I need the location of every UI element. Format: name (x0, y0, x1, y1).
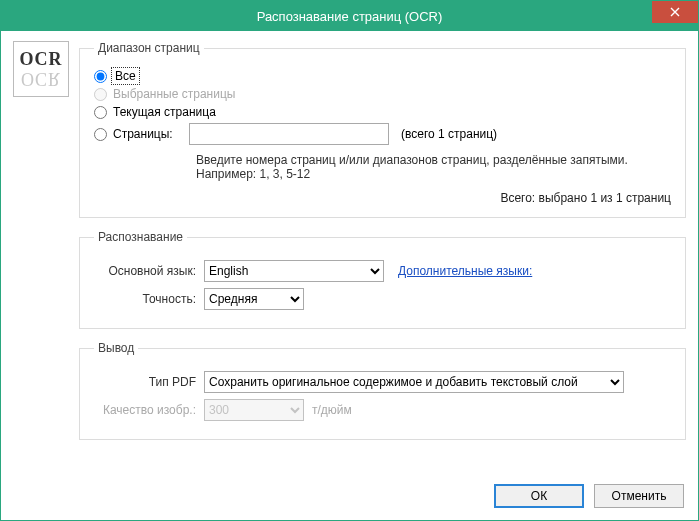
close-button[interactable] (652, 1, 698, 23)
dialog-footer: ОК Отменить (494, 484, 684, 508)
accuracy-label: Точность: (94, 292, 204, 306)
legend-output: Вывод (94, 341, 138, 355)
more-languages-link[interactable]: Дополнительные языки: (398, 264, 532, 278)
cancel-button[interactable]: Отменить (594, 484, 684, 508)
fieldset-page-range: Диапазон страниц Все Выбранные страницы … (79, 41, 686, 218)
close-icon (670, 7, 680, 17)
pages-count-suffix: (всего 1 страниц) (401, 127, 497, 141)
radio-all[interactable] (94, 70, 107, 83)
radio-pages[interactable] (94, 128, 107, 141)
legend-recognition: Распознавание (94, 230, 187, 244)
titlebar: Распознавание страниц (OCR) (1, 1, 698, 31)
dialog-window: Распознавание страниц (OCR) OCR OCR Диап… (0, 0, 699, 521)
window-title: Распознавание страниц (OCR) (257, 9, 443, 24)
radio-row-selected: Выбранные страницы (94, 87, 671, 101)
pdf-type-select[interactable]: Сохранить оригинальное содержимое и доба… (204, 371, 624, 393)
lang-select[interactable]: English (204, 260, 384, 282)
total-selected: Всего: выбрано 1 из 1 страниц (94, 191, 671, 205)
fieldset-output: Вывод Тип PDF Сохранить оригинальное сод… (79, 341, 686, 440)
ocr-icon: OCR OCR (13, 41, 69, 97)
radio-selected (94, 88, 107, 101)
radio-row-all[interactable]: Все (94, 69, 671, 83)
radio-current-label: Текущая страница (113, 105, 216, 119)
quality-unit: т/дюйм (312, 403, 352, 417)
radio-pages-label: Страницы: (113, 127, 183, 141)
quality-label: Качество изобр.: (94, 403, 204, 417)
pages-hint: Введите номера страниц и/или диапазонов … (196, 153, 636, 181)
radio-current[interactable] (94, 106, 107, 119)
ok-button[interactable]: ОК (494, 484, 584, 508)
radio-all-label: Все (113, 69, 138, 83)
radio-row-current[interactable]: Текущая страница (94, 105, 671, 119)
quality-select: 300 (204, 399, 304, 421)
pdf-type-label: Тип PDF (94, 375, 204, 389)
fieldset-recognition: Распознавание Основной язык: English Доп… (79, 230, 686, 329)
lang-label: Основной язык: (94, 264, 204, 278)
legend-page-range: Диапазон страниц (94, 41, 204, 55)
pages-input[interactable] (189, 123, 389, 145)
accuracy-select[interactable]: Средняя (204, 288, 304, 310)
radio-selected-label: Выбранные страницы (113, 87, 235, 101)
